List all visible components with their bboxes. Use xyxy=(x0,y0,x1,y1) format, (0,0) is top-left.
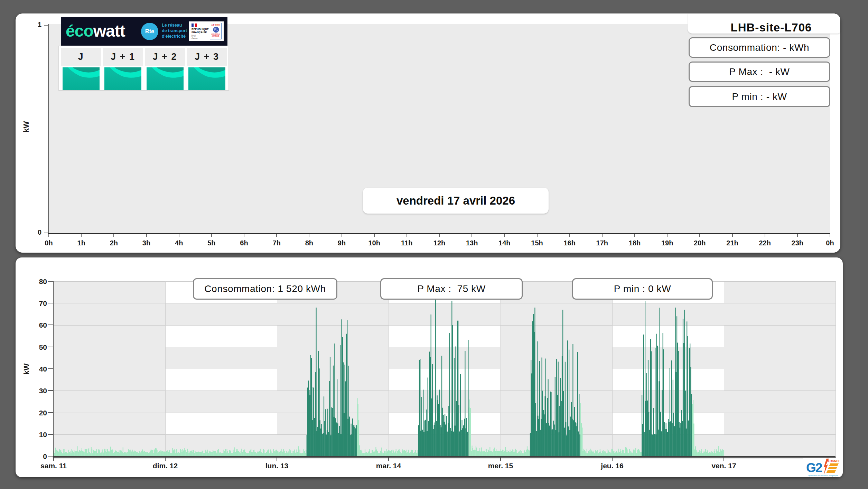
svg-text:G2: G2 xyxy=(806,461,822,475)
svg-text:FRANCE: FRANCE xyxy=(828,459,840,463)
svg-text:Rte: Rte xyxy=(145,28,154,34)
svg-text:Optimisation des ressources én: Optimisation des ressources énergétiques xyxy=(808,475,838,477)
